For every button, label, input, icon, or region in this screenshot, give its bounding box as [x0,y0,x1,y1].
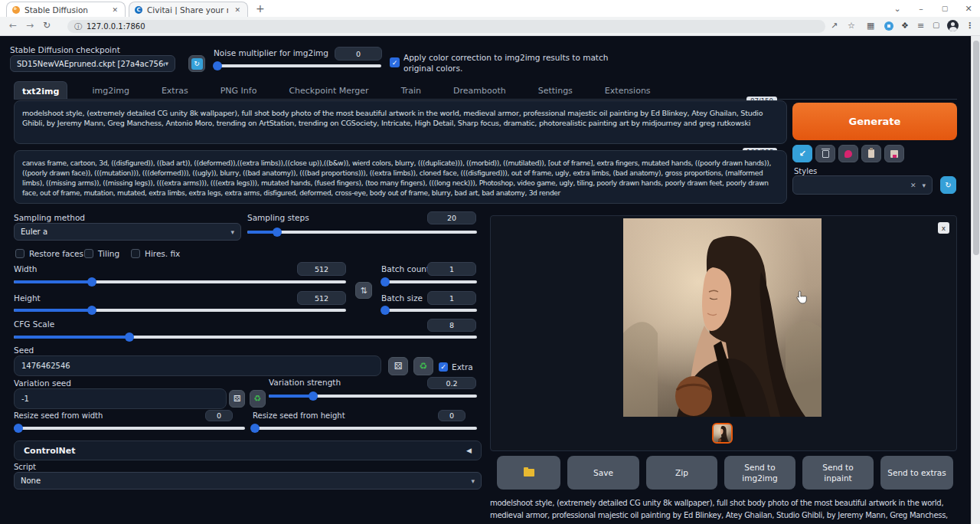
styles-refresh-button[interactable]: ↻ [940,176,956,194]
batch-size-value[interactable]: 1 [427,291,476,305]
tab-extensions[interactable]: Extensions [597,81,658,99]
save-style-button[interactable] [884,145,904,162]
side-panel-icon[interactable]: ▢ [933,21,939,29]
generated-image[interactable] [623,218,822,417]
sampling-steps-slider[interactable] [247,228,477,237]
controlnet-accordion[interactable]: ControlNet ◀ [14,440,482,460]
clear-styles-icon[interactable]: ✕ [910,182,916,189]
clear-prompt-button[interactable] [815,145,835,162]
variation-strength-value[interactable]: 0.2 [427,377,476,389]
slider-thumb[interactable] [381,277,390,287]
send-to-extras-button[interactable]: Send to extras [880,456,953,490]
slider-thumb[interactable] [87,306,96,315]
tab-txt2img[interactable]: txt2img [14,81,67,99]
slider-track[interactable] [381,280,477,283]
tab-train[interactable]: Train [394,81,429,99]
cfg-scale-slider[interactable] [14,332,477,342]
noise-multiplier-value[interactable]: 0 [335,47,382,61]
batch-count-value[interactable]: 1 [427,262,476,276]
slider-track[interactable] [14,427,245,430]
hires-fix-checkbox[interactable] [131,249,140,258]
height-value[interactable]: 512 [297,291,346,305]
random-variation-seed-button[interactable]: ⚄ [229,390,245,408]
extension-blue-icon[interactable] [884,21,893,31]
page-scrollbar[interactable] [971,36,980,524]
close-image-button[interactable]: x [938,222,949,234]
send-to-img2img-button[interactable]: Send to img2img [724,456,795,490]
tab-extras[interactable]: Extras [154,81,196,99]
resize-seed-width-value[interactable]: 0 [205,410,233,421]
extra-networks-button[interactable] [838,145,858,162]
window-minimize-button[interactable]: – [910,0,933,17]
batch-size-slider[interactable] [381,306,477,315]
tab-img2img[interactable]: img2img [84,81,137,99]
browser-tab-stable-diffusion[interactable]: Stable Diffusion ✕ [6,2,126,17]
forward-button[interactable]: → [26,20,34,31]
slider-thumb[interactable] [213,61,222,70]
browser-tab-civitai[interactable]: C Civitai | Share your models ✕ [129,2,248,17]
resize-seed-height-value[interactable]: 0 [438,410,466,421]
open-folder-button[interactable] [497,456,560,490]
slider-thumb[interactable] [309,391,318,401]
negative-prompt-input[interactable]: canvas frame, cartoon, 3d, ((disfigured)… [14,150,787,204]
sampling-steps-value[interactable]: 20 [427,211,476,224]
reuse-variation-seed-button[interactable]: ♻ [250,390,266,408]
tiling-checkbox[interactable] [84,249,93,258]
new-tab-button[interactable]: + [256,2,265,15]
slider-thumb[interactable] [273,228,282,237]
slider-track[interactable] [253,427,477,430]
height-slider[interactable] [14,306,346,315]
site-info-icon[interactable]: ⓘ [74,21,82,32]
browser-menu-dots-icon[interactable]: ⋮ [965,21,974,31]
sampling-method-dropdown[interactable]: Euler a ▾ [14,223,241,241]
cfg-scale-value[interactable]: 8 [427,319,476,332]
slider-thumb[interactable] [14,424,23,433]
script-dropdown[interactable]: None ▾ [14,472,482,490]
styles-dropdown[interactable]: ✕ ▾ [792,175,933,195]
slider-thumb[interactable] [381,306,390,315]
checkpoint-refresh-button[interactable]: ↻ [188,55,205,72]
extensions-puzzle-icon[interactable]: ❖ [901,21,909,31]
zip-button[interactable]: Zip [646,456,717,490]
slider-thumb[interactable] [125,332,134,342]
slider-track[interactable] [214,64,381,67]
width-value[interactable]: 512 [297,262,346,276]
generate-button[interactable]: Generate [792,103,957,140]
variation-strength-slider[interactable] [269,391,477,401]
extra-seed-checkbox[interactable]: ✓ [439,362,448,372]
window-restore-button[interactable]: ▢ [933,0,956,17]
tab-settings[interactable]: Settings [531,81,580,99]
extension-grid-icon[interactable]: ▦ [867,21,874,31]
reuse-seed-button[interactable]: ♻ [413,357,433,375]
variation-seed-input[interactable]: -1 [14,388,227,409]
tab-png-info[interactable]: PNG Info [213,81,265,99]
color-correction-checkbox[interactable]: ✓ [390,57,400,67]
tab-checkpoint-merger[interactable]: Checkpoint Merger [281,81,376,99]
paste-generation-params-button[interactable]: ↙ [792,145,812,162]
seed-input[interactable]: 1476462546 [14,355,381,376]
apply-styles-button[interactable] [861,145,881,162]
restore-faces-checkbox[interactable] [15,249,24,258]
scrollbar-thumb[interactable] [973,41,979,255]
share-icon[interactable]: ↗ [831,21,838,31]
tab-close-icon[interactable]: ✕ [110,6,119,14]
resize-seed-width-slider[interactable] [14,424,245,433]
profile-avatar[interactable] [947,20,959,31]
slider-track[interactable] [247,231,477,234]
width-slider[interactable] [14,277,346,287]
window-close-button[interactable]: ✕ [957,0,980,17]
reading-list-icon[interactable]: ≡ [917,21,924,31]
send-to-inpaint-button[interactable]: Send to inpaint [802,456,874,490]
bookmark-star-icon[interactable]: ☆ [848,21,855,31]
save-button[interactable]: Save [567,456,639,490]
checkpoint-dropdown[interactable]: SD15NewVAEpruned.ckpt [27a4ac756c] ▾ [10,55,175,72]
tab-close-icon[interactable]: ✕ [233,6,242,14]
prompt-input[interactable]: modelshoot style, (extremely detailed CG… [14,100,787,144]
chrome-menu-chevron-icon[interactable]: ⌄ [886,0,909,17]
swap-width-height-button[interactable]: ⇅ [355,282,372,299]
slider-track[interactable] [381,309,477,312]
tab-dreambooth[interactable]: Dreambooth [446,81,514,99]
batch-count-slider[interactable] [381,277,477,287]
resize-seed-height-slider[interactable] [253,424,477,433]
noise-multiplier-slider[interactable] [214,61,381,70]
